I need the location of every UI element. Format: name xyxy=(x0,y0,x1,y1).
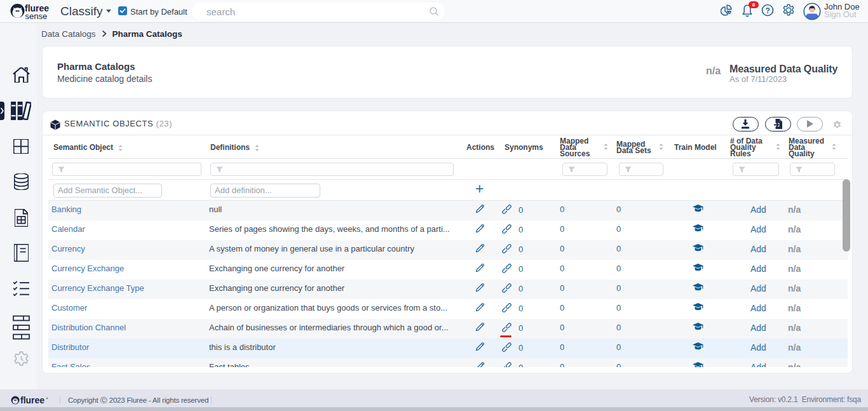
svg-text:fluree: fluree xyxy=(20,395,44,405)
svg-text:sense: sense xyxy=(25,11,48,20)
svg-text:?: ? xyxy=(766,6,770,15)
